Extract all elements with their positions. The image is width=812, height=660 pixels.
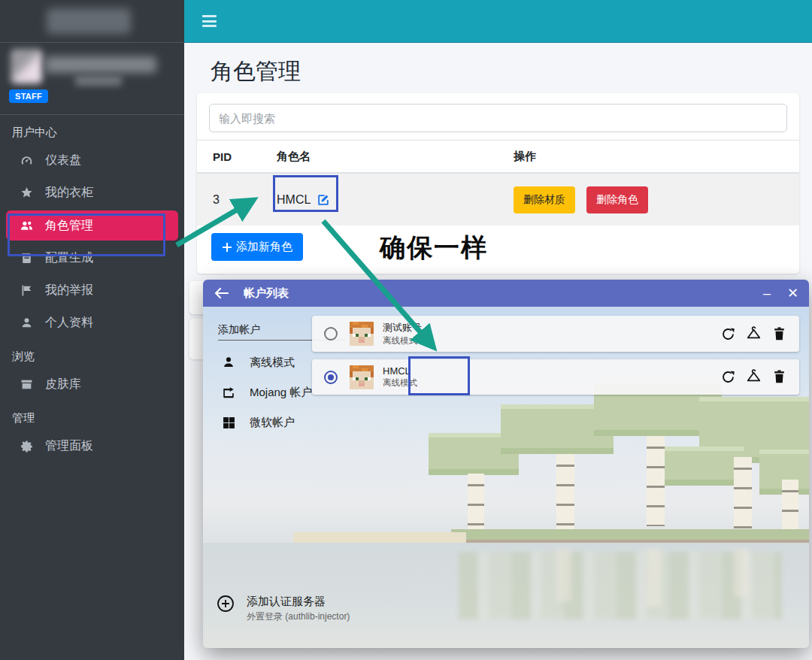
add-new-role-label: 添加新角色 [236,240,292,254]
minimize-button[interactable]: – [763,286,771,300]
delete-role-button[interactable]: 删除角色 [586,186,648,213]
mojang-icon [221,386,236,399]
skin-icon[interactable] [746,369,762,385]
sidebar-item-dashboard[interactable]: 仪表盘 [0,144,184,177]
close-button[interactable]: ✕ [787,286,798,300]
sidebar-item-admin-panel[interactable]: 管理面板 [0,430,184,462]
hmcl-window-title: 帐户列表 [244,286,289,301]
circle-plus-icon [217,595,235,613]
gear-icon [18,440,35,453]
sidebar-item-label: 我的衣柜 [45,185,93,201]
account-row-test[interactable]: 测试账号 离线模式 [312,316,799,352]
hmcl-titlebar[interactable]: 帐户列表 – ✕ [203,280,809,307]
sidebar-item-profile[interactable]: 个人资料 [0,307,184,339]
menu-icon[interactable] [202,15,217,27]
authlib-injector-label: 外置登录 (authlib-injector) [247,610,350,623]
account-type: 离线模式 [383,377,417,389]
site-logo-blurred [47,8,131,34]
table-header: PID 角色名 操作 [197,140,799,174]
delete-texture-button[interactable]: 删除材质 [514,186,575,213]
menu-item-label: Mojang 帐户 [250,386,312,400]
nav-section-admin: 管理 [0,401,184,430]
cell-pid: 3 [197,193,261,207]
brand-area[interactable] [0,0,184,43]
radio-button[interactable] [324,327,338,341]
add-auth-server-label: 添加认证服务器 [247,595,350,609]
users-icon [18,219,35,232]
cell-role-name: HMCL [277,193,311,207]
sidebar-item-label: 管理面板 [45,438,93,454]
star-icon [18,186,35,199]
sidebar-item-config-generation[interactable]: 配置生成 [0,242,184,274]
search-input[interactable] [209,104,787,132]
avatar [350,322,374,346]
add-account-label: 添加帐户 [218,323,260,337]
username-blurred [45,56,156,73]
sidebar-item-skin-library[interactable]: 皮肤库 [0,368,184,401]
radio-button-selected[interactable] [324,371,338,384]
staff-badge: STAFF [9,89,48,103]
sidebar-item-label: 个人资料 [45,315,93,331]
sidebar-item-closet[interactable]: 我的衣柜 [0,177,184,209]
page-title: 角色管理 [211,56,301,87]
sidebar-item-my-reports[interactable]: 我的举报 [0,274,184,307]
microsoft-icon [221,416,236,429]
account-row-hmcl[interactable]: HMCL 离线模式 [312,359,799,395]
account-name: HMCL [383,365,417,377]
archive-icon [18,378,35,391]
column-header-pid: PID [197,150,261,163]
account-name: 测试账号 [383,321,422,335]
avatar [350,365,374,389]
skin-icon[interactable] [746,326,762,342]
flag-icon [18,284,35,297]
hmcl-content: 添加帐户 离线模式 Mojang 帐户 微软帐户 [203,307,809,648]
back-arrow-icon[interactable] [214,283,233,303]
sidebar-item-label: 我的举报 [45,283,93,298]
gauge-icon [18,154,35,167]
sidebar-item-label: 配置生成 [45,250,93,266]
menu-item-microsoft-account[interactable]: 微软帐户 [221,410,371,435]
username-sub-blurred [75,76,122,86]
add-new-role-button[interactable]: 添加新角色 [211,233,303,261]
avatar [11,49,42,83]
hmcl-account-list-window: 帐户列表 – ✕ [203,280,809,648]
sidebar-item-label: 角色管理 [45,218,93,234]
book-icon [18,252,35,265]
topbar [184,0,812,43]
annotation-ensure-same: 确保一样 [380,231,488,265]
sidebar-item-label: 仪表盘 [45,153,81,168]
sidebar: STAFF 用户中心 仪表盘 我的衣柜 角色管理 配置生成 我的举报 [0,0,184,660]
refresh-icon[interactable] [720,326,736,342]
column-header-operations: 操作 [498,150,799,164]
sidebar-item-label: 皮肤库 [45,377,81,392]
user-icon [18,316,35,329]
user-panel: STAFF [0,43,184,115]
person-icon [221,356,236,369]
trash-icon[interactable] [771,326,787,342]
plus-icon [222,242,232,253]
nav-section-browse: 浏览 [0,339,184,368]
add-auth-server-button[interactable]: 添加认证服务器 外置登录 (authlib-injector) [217,595,350,623]
refresh-icon[interactable] [720,369,736,385]
edit-icon[interactable] [317,193,330,207]
column-header-name: 角色名 [261,150,498,164]
menu-item-label: 微软帐户 [250,416,295,430]
account-type: 离线模式 [383,335,422,347]
role-management-card: PID 角色名 操作 3 HMCL 删除材质 删除角色 [197,93,799,274]
trash-icon[interactable] [771,369,787,385]
sidebar-item-role-management[interactable]: 角色管理 [6,210,178,241]
nav-section-user-center: 用户中心 [0,115,184,144]
table-row: 3 HMCL 删除材质 删除角色 [197,174,799,226]
menu-item-label: 离线模式 [250,356,295,370]
